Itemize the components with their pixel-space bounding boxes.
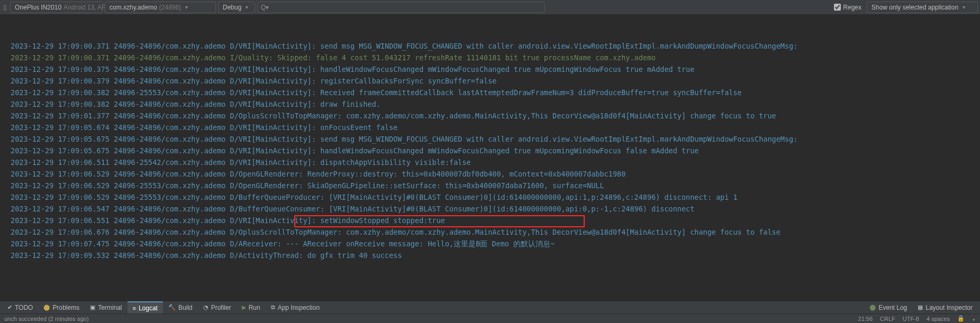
tab-label: Event Log xyxy=(878,304,907,311)
log-line: 2023-12-29 17:09:09.532 24896-24896/com.… xyxy=(11,250,980,261)
log-line: 2023-12-29 17:09:05.674 24896-24896/com.… xyxy=(11,122,980,133)
tab-todo[interactable]: ✔ TODO xyxy=(2,301,38,313)
log-line: 2023-12-29 17:09:06.547 24896-24896/com.… xyxy=(11,203,980,215)
log-line: 2023-12-29 17:09:00.379 24896-24896/com.… xyxy=(11,75,980,87)
bottom-tool-tabs: ✔ TODO ⬤ Problems ▣ Terminal ≡ Logcat 🔨 … xyxy=(0,301,980,313)
status-message: unch succeeded (2 minutes ago) xyxy=(4,316,89,322)
search-input[interactable] xyxy=(271,4,541,11)
tab-label: Layout Inspector xyxy=(925,304,973,311)
tab-label: Terminal xyxy=(98,304,122,311)
loglevel-label: Debug xyxy=(223,4,241,11)
log-output[interactable]: 2023-12-29 17:09:00.371 24896-24896/com.… xyxy=(0,15,980,301)
process-pid: (24896) xyxy=(159,4,181,11)
device-dropdown[interactable]: OnePlus IN2010 Android 13, API xyxy=(10,2,103,13)
hammer-icon: 🔨 xyxy=(168,304,176,311)
tab-label: Build xyxy=(178,304,193,311)
logcat-icon: ≡ xyxy=(133,305,136,311)
warning-icon: ⬤ xyxy=(43,304,50,311)
device-label: OnePlus IN2010 xyxy=(15,4,61,11)
tab-terminal[interactable]: ▣ Terminal xyxy=(85,301,127,313)
logcat-toolbar: ▯ OnePlus IN2010 Android 13, API com.xzh… xyxy=(0,0,980,15)
status-indent[interactable]: 4 spaces xyxy=(927,316,950,322)
tab-label: TODO xyxy=(15,304,33,311)
log-line: 2023-12-29 17:09:00.382 24896-25553/com.… xyxy=(11,87,980,98)
tab-build[interactable]: 🔨 Build xyxy=(163,301,198,313)
device-detail: Android 13, API xyxy=(63,4,107,11)
tab-run[interactable]: ▶ Run xyxy=(237,301,266,313)
tab-label: Problems xyxy=(52,304,79,311)
status-line-col[interactable]: 21:56 xyxy=(858,316,873,322)
terminal-icon: ▣ xyxy=(90,304,95,311)
inspection-icon: ⧉ xyxy=(271,304,275,311)
status-encoding[interactable]: UTF-8 xyxy=(903,316,919,322)
regex-label: Regex xyxy=(843,4,861,11)
tab-problems[interactable]: ⬤ Problems xyxy=(38,301,85,313)
process-label: com.xzhy.ademo xyxy=(110,4,157,11)
layout-icon: ▦ xyxy=(918,304,923,311)
tab-label: Logcat xyxy=(139,304,158,312)
log-line: 2023-12-29 17:09:00.371 24896-24896/com.… xyxy=(11,40,980,52)
tab-app-inspection[interactable]: ⧉ App Inspection xyxy=(266,301,325,313)
log-line: 2023-12-29 17:09:06.529 24896-25553/com.… xyxy=(11,191,980,203)
tab-event-log[interactable]: ⬤ Event Log xyxy=(864,304,912,311)
profiler-icon: ◔ xyxy=(203,304,208,311)
status-extra-icon[interactable]: ⬥ xyxy=(972,316,976,322)
balloon-icon: ⬤ xyxy=(869,304,876,311)
status-line-sep[interactable]: CRLF xyxy=(880,316,895,322)
filter-label: Show only selected application xyxy=(872,4,958,11)
tab-logcat[interactable]: ≡ Logcat xyxy=(128,301,163,313)
log-line: 2023-12-29 17:09:05.675 24896-24896/com.… xyxy=(11,133,980,145)
regex-checkbox[interactable]: Regex xyxy=(834,4,861,11)
regex-checkbox-input[interactable] xyxy=(834,4,841,11)
log-line: 2023-12-29 17:09:06.676 24896-24896/com.… xyxy=(11,226,980,238)
tab-label: Run xyxy=(249,304,260,311)
tab-label: Profiler xyxy=(211,304,231,311)
log-line: 2023-12-29 17:09:06.529 24896-24896/com.… xyxy=(11,168,980,180)
search-box[interactable]: Q▾ xyxy=(257,2,545,13)
filter-dropdown[interactable]: Show only selected application xyxy=(867,2,978,13)
tab-profiler[interactable]: ◔ Profiler xyxy=(198,301,237,313)
loglevel-dropdown[interactable]: Debug xyxy=(218,2,255,13)
log-line: 2023-12-29 17:09:06.529 24896-25553/com.… xyxy=(11,180,980,191)
log-line: 2023-12-29 17:09:07.475 24896-24896/com.… xyxy=(11,238,980,250)
log-line: 2023-12-29 17:09:00.371 24896-24896/com.… xyxy=(11,52,980,63)
log-line: 2023-12-29 17:09:05.675 24896-24896/com.… xyxy=(11,145,980,156)
status-bar: unch succeeded (2 minutes ago) 21:56 CRL… xyxy=(0,313,980,323)
log-line: 2023-12-29 17:09:00.375 24896-24896/com.… xyxy=(11,63,980,75)
log-line: 2023-12-29 17:09:06.511 24896-25542/com.… xyxy=(11,156,980,168)
log-line: 2023-12-29 17:09:01.377 24896-24896/com.… xyxy=(11,110,980,122)
log-line: 2023-12-29 17:09:00.382 24896-24896/com.… xyxy=(11,98,980,110)
lock-icon[interactable]: 🔒 xyxy=(957,315,965,322)
log-line: 2023-12-29 17:09:06.551 24896-24896/com.… xyxy=(11,215,980,226)
process-dropdown[interactable]: com.xzhy.ademo (24896) xyxy=(105,2,216,13)
tab-layout-inspector[interactable]: ▦ Layout Inspector xyxy=(912,304,978,311)
device-icon: ▯ xyxy=(3,4,7,11)
tab-label: App Inspection xyxy=(278,304,320,311)
check-icon: ✔ xyxy=(7,304,12,311)
run-icon: ▶ xyxy=(242,304,246,311)
search-icon: Q▾ xyxy=(261,4,269,11)
